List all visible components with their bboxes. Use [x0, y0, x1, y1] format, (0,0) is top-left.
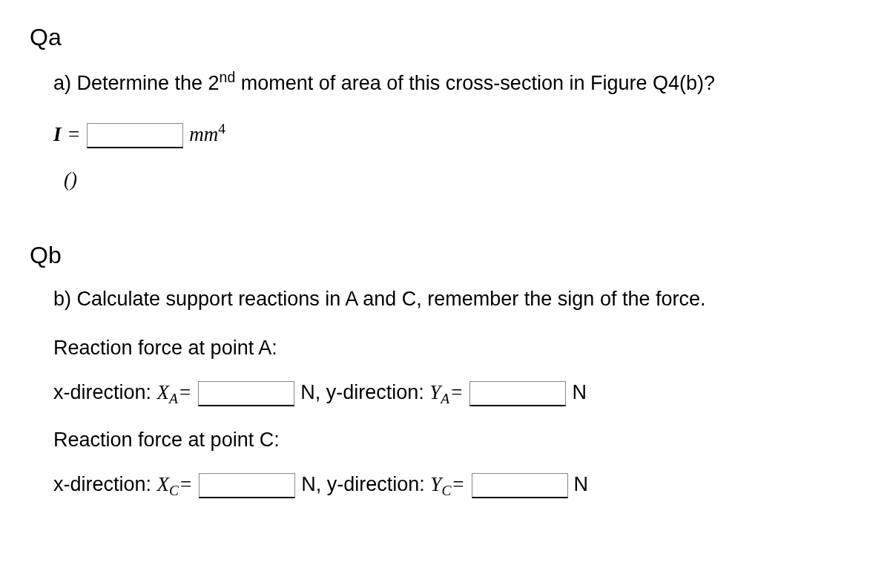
unit-mm4: mm4: [189, 119, 225, 149]
unit-N-yc: N: [574, 471, 589, 499]
question-a-text: a) Determine the 2nd moment of area of t…: [53, 67, 860, 98]
reaction-force-a-label: Reaction force at point A:: [53, 334, 860, 363]
label-ya-prefix: N, y-direction: YA=: [300, 379, 464, 409]
heading-qa: Qa: [30, 21, 860, 54]
reaction-force-c-label: Reaction force at point C:: [53, 426, 860, 455]
label-xc: x-direction: XC=: [53, 471, 193, 501]
heading-qb: Qb: [30, 239, 860, 272]
input-XA[interactable]: [198, 381, 294, 406]
input-XC[interactable]: [199, 473, 295, 498]
parentheses-placeholder: (): [53, 166, 860, 194]
unit-N-ya: N: [572, 379, 587, 407]
label-xa: x-direction: XA=: [53, 379, 192, 409]
label-I: I =: [53, 121, 81, 149]
answer-row-I: I = mm4: [53, 119, 860, 149]
answer-row-A: x-direction: XA= N, y-direction: YA= N: [53, 379, 860, 409]
section-qa: Qa a) Determine the 2nd moment of area o…: [30, 21, 860, 194]
input-YA[interactable]: [469, 381, 566, 406]
label-yc-prefix: N, y-direction: YC=: [301, 471, 465, 501]
section-qb: Qb b) Calculate support reactions in A a…: [30, 239, 860, 501]
input-I[interactable]: [87, 123, 183, 148]
answer-row-C: x-direction: XC= N, y-direction: YC= N: [53, 471, 860, 501]
input-YC[interactable]: [472, 473, 568, 498]
question-b-text: b) Calculate support reactions in A and …: [53, 285, 860, 314]
